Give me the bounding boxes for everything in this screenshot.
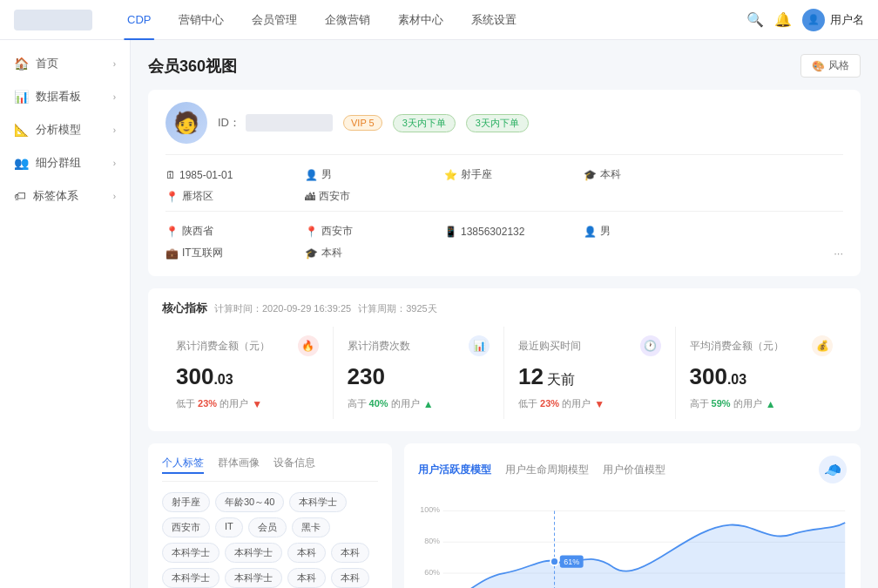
main-layout: 🏠 首页 › 📊 数据看板 › 📐 分析模型 › xyxy=(0,40,878,588)
sidebar-item-label: 标签体系 xyxy=(33,188,78,204)
tag-item[interactable]: 本科学士 xyxy=(162,543,220,563)
info-birthday-value: 1985-01-01 xyxy=(179,169,233,181)
tag-item[interactable]: IT xyxy=(215,517,243,537)
id-label: ID： xyxy=(218,115,240,131)
sidebar-item-segment[interactable]: 👥 细分群组 › xyxy=(0,146,130,179)
metrics-header: 核心指标 计算时间：2020-09-29 16:39:25 计算周期：3925天 xyxy=(162,301,847,316)
sidebar-item-dashboard[interactable]: 📊 数据看板 › xyxy=(0,80,130,113)
vip-badge: VIP 5 xyxy=(343,115,382,131)
svg-text:61%: 61% xyxy=(564,558,579,566)
sidebar-item-analysis[interactable]: 📐 分析模型 › xyxy=(0,113,130,146)
chart-area: 100% 80% 60% 40% 20% xyxy=(418,494,847,588)
tag-badge-2: 3天内下单 xyxy=(466,114,529,132)
nav-tab-marketing[interactable]: 营销中心 xyxy=(165,0,238,40)
tag-item[interactable]: 会员 xyxy=(248,517,287,537)
info-gender2: 👤 男 xyxy=(584,220,723,242)
info-city2: 📍 西安市 xyxy=(305,220,444,242)
metric-label-avg: 平均消费金额（元） xyxy=(690,339,784,354)
tags-tab-device[interactable]: 设备信息 xyxy=(274,456,315,474)
tag-item[interactable]: 本科学士 xyxy=(225,543,282,563)
nav-tab-cdp[interactable]: CDP xyxy=(113,0,165,40)
tag-item[interactable]: 射手座 xyxy=(162,492,210,512)
chart-card: 用户活跃度模型 用户生命周期模型 用户价值模型 🧢 100% 80% 60% 4… xyxy=(404,443,861,588)
bell-icon[interactable]: 🔔 xyxy=(774,11,792,29)
chart-tab-value[interactable]: 用户价值模型 xyxy=(603,463,665,477)
more-dots[interactable]: ··· xyxy=(834,247,843,260)
chart-tab-lifecycle[interactable]: 用户生命周期模型 xyxy=(505,463,589,477)
sidebar-item-labels[interactable]: 🏷 标签体系 › xyxy=(0,179,130,213)
gender-icon: 👤 xyxy=(305,169,318,181)
tags-tab-group[interactable]: 群体画像 xyxy=(218,456,260,474)
last-suffix: 天前 xyxy=(544,372,575,387)
user-menu[interactable]: 👤 用户名 xyxy=(802,9,864,31)
info-gender-value: 男 xyxy=(321,167,332,182)
svg-text:60%: 60% xyxy=(424,568,440,577)
info-phone-value: 13856302132 xyxy=(461,226,524,238)
style-button[interactable]: 🎨 风格 xyxy=(800,54,861,78)
metric-title-last: 最近购买时间 🕐 xyxy=(518,335,661,356)
info-gender2-value: 男 xyxy=(600,224,611,239)
tag-item[interactable]: 本科 xyxy=(331,543,369,563)
tag-item[interactable]: 黑卡 xyxy=(292,517,330,537)
info-industry: 💼 IT互联网 xyxy=(165,242,305,264)
tag-item[interactable]: 本科学士 xyxy=(289,492,347,512)
info-district: 📍 雁塔区 xyxy=(165,186,305,207)
phone-icon: 📱 xyxy=(444,226,457,238)
palette-icon: 🎨 xyxy=(812,60,825,72)
metric-title-avg: 平均消费金额（元） 💰 xyxy=(690,335,834,356)
sidebar-item-label: 数据看板 xyxy=(36,89,81,105)
avg-icon: 💰 xyxy=(812,335,833,356)
tag-item[interactable]: 本科学士 xyxy=(162,568,220,588)
analysis-icon: 📐 xyxy=(14,123,29,137)
sidebar: 🏠 首页 › 📊 数据看板 › 📐 分析模型 › xyxy=(0,40,131,588)
chevron-icon: › xyxy=(113,59,116,69)
sidebar-item-label: 首页 xyxy=(36,56,58,71)
metric-total-orders: 累计消费次数 📊 230 高于 40% 的用户 ▲ xyxy=(334,327,505,419)
chevron-icon: › xyxy=(113,192,116,201)
arrow-down-icon: ▼ xyxy=(252,398,262,410)
calc-time: 计算时间：2020-09-29 16:39:25 xyxy=(214,302,351,315)
chart-tab-activity[interactable]: 用户活跃度模型 xyxy=(418,463,491,477)
chart-avatar: 🧢 xyxy=(819,456,847,483)
metric-compare-spend: 低于 23% 的用户 ▼ xyxy=(176,397,319,410)
tag-item[interactable]: 年龄30～40 xyxy=(215,492,284,512)
tag-item[interactable]: 本科 xyxy=(287,543,326,563)
page-title: 会员360视图 xyxy=(148,56,237,77)
spend-decimal: .03 xyxy=(213,372,233,387)
arrow-up2-icon: ▲ xyxy=(766,398,776,410)
metrics-card: 核心指标 计算时间：2020-09-29 16:39:25 计算周期：3925天… xyxy=(148,288,861,431)
tag-item[interactable]: 本科 xyxy=(331,568,369,588)
nav-tab-system[interactable]: 系统设置 xyxy=(457,0,530,40)
search-icon[interactable]: 🔍 xyxy=(746,11,764,29)
tag-item[interactable]: 西安市 xyxy=(162,517,210,537)
tags-tab-personal[interactable]: 个人标签 xyxy=(162,456,204,474)
info-edu: 🎓 本科 xyxy=(584,164,723,186)
avg-main: 300 xyxy=(690,363,727,389)
nav-tab-enterprise[interactable]: 企微营销 xyxy=(311,0,384,40)
nav-tab-material[interactable]: 素材中心 xyxy=(384,0,457,40)
metric-total-spend: 累计消费金额（元） 🔥 300.03 低于 23% 的用户 ▼ xyxy=(162,327,334,419)
compare-text-orders: 高于 40% 的用户 xyxy=(348,397,420,410)
chart-tabs: 用户活跃度模型 用户生命周期模型 用户价值模型 🧢 xyxy=(418,456,847,483)
nav-tab-member[interactable]: 会员管理 xyxy=(238,0,311,40)
metric-value-avg: 300.03 xyxy=(690,363,834,390)
sidebar-item-home[interactable]: 🏠 首页 › xyxy=(0,47,130,80)
style-button-label: 风格 xyxy=(828,58,849,73)
info-edu2: 🎓 本科 xyxy=(305,242,444,264)
profile-info-row1: 🗓 1985-01-01 👤 男 ⭐ 射手座 🎓 本科 xyxy=(165,154,843,207)
info-gender: 👤 男 xyxy=(305,164,444,186)
chart-svg: 100% 80% 60% 40% 20% xyxy=(418,494,847,588)
profile-info-row2: 📍 陕西省 📍 西安市 📱 13856302132 👤 男 xyxy=(165,211,843,264)
svg-point-11 xyxy=(550,558,558,565)
metric-compare-orders: 高于 40% 的用户 ▲ xyxy=(348,397,490,410)
tag-item[interactable]: 本科学士 xyxy=(225,568,282,588)
info-district-value: 雁塔区 xyxy=(182,189,213,204)
chevron-icon: › xyxy=(113,125,116,135)
nav-tabs: CDP 营销中心 会员管理 企微营销 素材中心 系统设置 xyxy=(113,0,746,40)
top-nav: CDP 营销中心 会员管理 企微营销 素材中心 系统设置 🔍 🔔 👤 用户名 xyxy=(0,0,878,40)
metric-label-spend: 累计消费金额（元） xyxy=(176,339,270,354)
tags-card: 个人标签 群体画像 设备信息 射手座年龄30～40本科学士西安市IT会员黑卡本科… xyxy=(148,443,392,588)
dashboard-icon: 📊 xyxy=(14,90,29,104)
svg-text:80%: 80% xyxy=(424,537,440,545)
tag-item[interactable]: 本科 xyxy=(287,568,326,588)
